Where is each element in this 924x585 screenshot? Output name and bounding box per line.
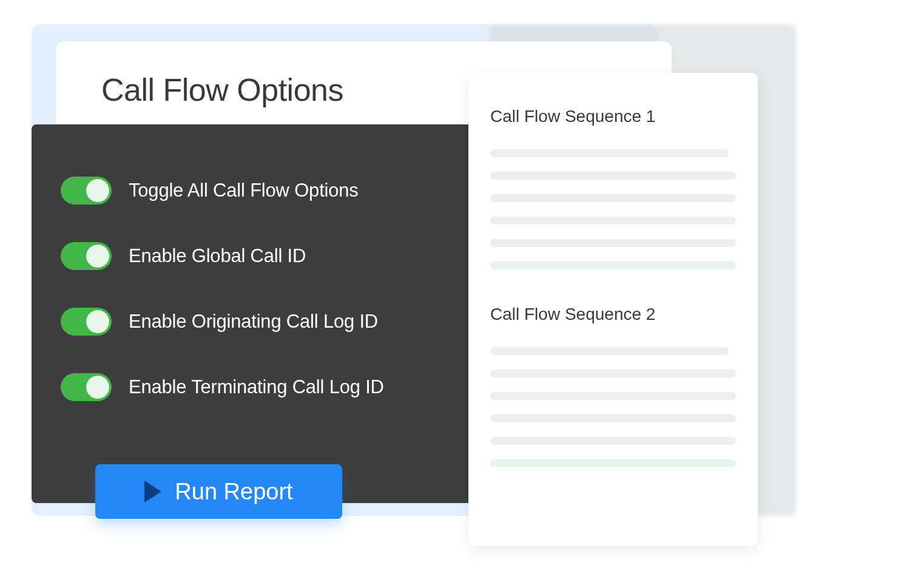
toggle-label-terminating-call-log-id: Enable Terminating Call Log ID — [129, 376, 384, 398]
toggle-all-call-flow-options[interactable] — [61, 177, 112, 205]
toggle-row-global-call-id: Enable Global Call ID — [61, 242, 459, 270]
toggle-row-originating-call-log-id: Enable Originating Call Log ID — [61, 308, 459, 336]
toggle-global-call-id[interactable] — [61, 242, 112, 270]
placeholder-line — [490, 194, 736, 202]
placeholder-line-highlight — [490, 459, 736, 467]
toggle-row-terminating-call-log-id: Enable Terminating Call Log ID — [61, 373, 459, 401]
toggle-row-all: Toggle All Call Flow Options — [61, 177, 459, 205]
toggle-label-global-call-id: Enable Global Call ID — [129, 245, 306, 267]
run-report-label: Run Report — [175, 479, 292, 505]
toggle-terminating-call-log-id[interactable] — [61, 373, 112, 401]
toggle-label-all: Toggle All Call Flow Options — [129, 180, 359, 201]
placeholder-line — [490, 239, 736, 247]
placeholder-line — [490, 437, 736, 445]
sequence-card: Call Flow Sequence 1 Call Flow Sequence … — [468, 73, 758, 546]
placeholder-line — [490, 149, 729, 157]
toggle-knob — [86, 245, 109, 268]
placeholder-line — [490, 217, 736, 225]
placeholder-line — [490, 392, 736, 400]
placeholder-line — [490, 347, 729, 355]
sequence-1-title: Call Flow Sequence 1 — [490, 107, 736, 126]
toggle-panel: Toggle All Call Flow Options Enable Glob… — [32, 124, 488, 503]
toggle-knob — [86, 310, 109, 333]
placeholder-line — [490, 414, 736, 422]
placeholder-line-highlight — [490, 262, 736, 269]
sequence-block-2: Call Flow Sequence 2 — [490, 305, 736, 467]
sequence-2-title: Call Flow Sequence 2 — [490, 305, 736, 324]
play-icon — [144, 481, 161, 502]
toggle-knob — [86, 376, 109, 399]
placeholder-line — [490, 370, 736, 377]
run-report-button[interactable]: Run Report — [95, 464, 342, 519]
sequence-block-1: Call Flow Sequence 1 — [490, 107, 736, 269]
toggle-label-originating-call-log-id: Enable Originating Call Log ID — [129, 311, 378, 333]
stage: Call Flow Options Toggle All Call Flow O… — [32, 15, 817, 561]
toggle-originating-call-log-id[interactable] — [61, 308, 112, 336]
toggle-knob — [86, 179, 109, 202]
placeholder-line — [490, 172, 736, 180]
